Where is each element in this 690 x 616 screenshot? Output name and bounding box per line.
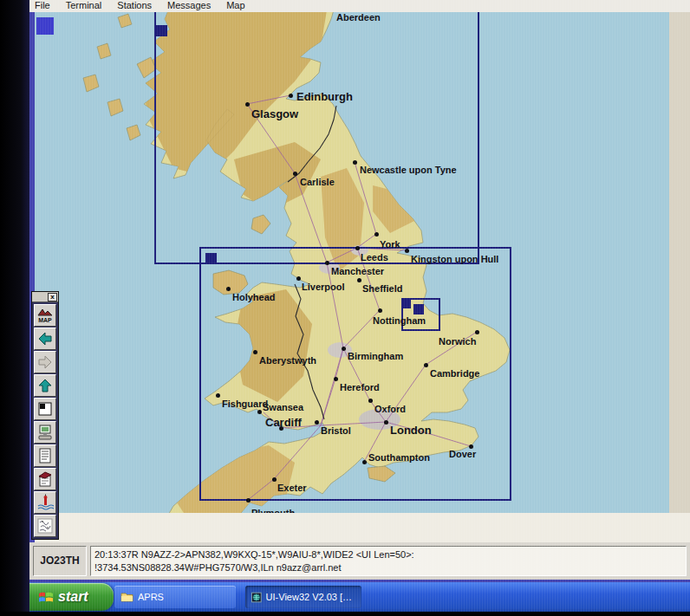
map-right-gutter: [669, 12, 690, 513]
folder-icon: [120, 592, 133, 602]
city-label: Carlisle: [300, 177, 335, 187]
city-label: Manchester: [331, 266, 384, 276]
city-dot: [405, 249, 409, 253]
station-square[interactable]: [36, 17, 54, 35]
city-dot: [368, 399, 373, 403]
city-dot: [253, 350, 257, 354]
monitor-box: 20:13:37R N9AZZ-2>APN382,W9KXQ-15*,W9AIU…: [90, 546, 687, 576]
monitor-line-2: !3734.53NS08828.34W#PHG7570/W3,ILn n9azz…: [94, 561, 682, 574]
city-label: Dover: [449, 449, 476, 459]
forward-button[interactable]: [34, 351, 56, 373]
windows-flag-icon: [38, 589, 54, 605]
city-label: Aberystwyth: [259, 355, 316, 366]
task-label: UI-View32 V2.03 [Gre...: [266, 592, 355, 602]
taskbar-task-aprs[interactable]: APRS: [114, 586, 236, 608]
city-label: Edinburgh: [296, 90, 353, 103]
up-button[interactable]: [34, 374, 56, 397]
city-label: Glasgow: [251, 107, 298, 120]
close-icon[interactable]: x: [48, 293, 57, 302]
city-dot: [246, 498, 251, 503]
city-dot: [342, 347, 346, 351]
taskbar-task-uiview[interactable]: UI-View32 V2.03 [Gre...: [245, 586, 361, 608]
menu-terminal[interactable]: Terminal: [66, 0, 102, 11]
floating-toolbar: x MAP: [31, 291, 59, 540]
city-label: Cardiff: [265, 416, 302, 429]
city-label: Fishguard: [222, 399, 268, 409]
city-dot: [289, 94, 293, 98]
city-dot: [293, 172, 297, 176]
map-overview-button[interactable]: [34, 398, 56, 420]
status-bar: JO23TH 20:13:37R N9AZZ-2>APN382,W9KXQ-15…: [29, 542, 690, 580]
ui-view-icon: [251, 592, 262, 603]
map-button-label: MAP: [38, 317, 52, 323]
city-label: Swansea: [263, 402, 303, 412]
city-dot: [226, 287, 231, 291]
menu-map[interactable]: Map: [226, 0, 244, 11]
menu-stations[interactable]: Stations: [117, 0, 152, 11]
map-button[interactable]: MAP: [34, 304, 56, 327]
city-dot: [374, 232, 379, 237]
window-background-band: [35, 513, 690, 542]
city-label: Liverpool: [302, 282, 345, 292]
city-dot: [296, 276, 301, 281]
city-dot: [216, 393, 220, 398]
start-button[interactable]: start: [29, 583, 114, 611]
menu-file[interactable]: File: [35, 0, 50, 11]
station-square[interactable]: [413, 304, 424, 314]
city-label: Oxford: [374, 404, 406, 414]
station-square[interactable]: [205, 253, 217, 264]
city-label: Hereford: [340, 382, 380, 392]
city-label: Bristol: [321, 425, 351, 436]
map-canvas[interactable]: AberdeenEdinburghGlasgowCarlisleNewcastl…: [35, 12, 669, 513]
terminal-button[interactable]: [34, 421, 56, 444]
stations-list-button[interactable]: [34, 444, 56, 467]
monitor-bezel-left: [0, 0, 29, 616]
messages-button[interactable]: [34, 468, 56, 490]
city-label: York: [380, 239, 400, 250]
city-label: Holyhead: [232, 292, 276, 302]
city-dot: [353, 160, 357, 165]
city-label: Cambridge: [430, 368, 479, 379]
screen: FileTerminalStationsMessagesMap: [29, 0, 690, 612]
station-square[interactable]: [156, 25, 167, 36]
city-dot: [245, 102, 250, 107]
taskbar: start APRS UI-View32 V2.03 [Gre...: [29, 582, 690, 612]
city-label: Norwich: [439, 336, 476, 347]
monitor-bezel-bottom: [0, 612, 690, 616]
city-label: Kingston upon Hull: [411, 254, 498, 264]
map-select-button[interactable]: [34, 515, 56, 537]
locator-box: JO23TH: [33, 546, 87, 576]
city-dot: [384, 420, 388, 425]
city-dot: [424, 363, 428, 367]
monitor-line-1: 20:13:37R N9AZZ-2>APN382,W9KXQ-15*,W9AIU…: [94, 548, 682, 561]
city-label: Sheffield: [362, 283, 402, 294]
city-dot: [355, 246, 360, 250]
task-label: APRS: [138, 592, 164, 602]
city-label: London: [390, 424, 432, 437]
map-boundary-rect: [154, 12, 479, 264]
start-button-label: start: [58, 589, 88, 605]
city-label: Leeds: [361, 252, 388, 263]
objects-button[interactable]: [34, 491, 56, 514]
city-dot: [475, 330, 479, 334]
menu-messages[interactable]: Messages: [167, 0, 211, 11]
city-dot: [362, 460, 367, 464]
city-dot: [257, 410, 262, 414]
city-dot: [272, 477, 277, 482]
city-dot: [357, 278, 361, 282]
city-label: Southampton: [368, 452, 430, 463]
city-label: Nottingham: [373, 315, 426, 326]
city-label: Exeter: [277, 483, 307, 493]
city-label: Aberdeen: [336, 12, 381, 23]
menu-bar: FileTerminalStationsMessagesMap: [29, 0, 690, 12]
city-dot: [325, 261, 329, 265]
station-square[interactable]: [401, 299, 411, 308]
city-label: Newcastle upon Tyne: [360, 165, 457, 175]
city-dot: [378, 308, 382, 313]
city-dot: [334, 377, 338, 381]
city-label: Birmingham: [348, 351, 403, 361]
back-button[interactable]: [34, 327, 56, 350]
city-dot: [315, 420, 319, 425]
